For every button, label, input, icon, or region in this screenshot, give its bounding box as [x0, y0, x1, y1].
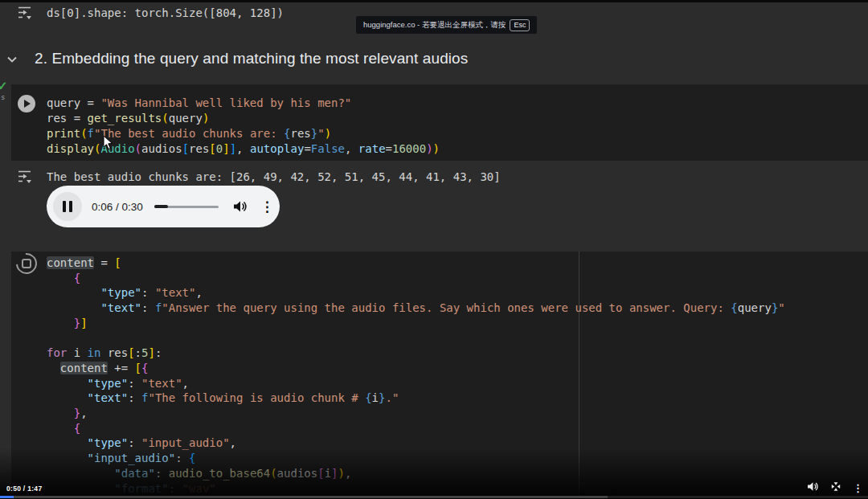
- code-line: content = [: [47, 256, 785, 271]
- code-line: [47, 331, 785, 346]
- code-line: "type": "text",: [47, 285, 785, 301]
- play-icon: [24, 100, 31, 108]
- code-line: content += [{: [47, 361, 785, 376]
- code-line: for i in res[:5]:: [47, 346, 785, 361]
- code-line: "type": "text",: [47, 376, 785, 391]
- audio-player[interactable]: 0:06 / 0:30 ⋮: [47, 186, 280, 227]
- video-played-bar: [0, 496, 14, 498]
- code-cell-query[interactable]: query = "Was Hannibal well liked by his …: [11, 84, 868, 161]
- section-header[interactable]: 2. Embedding the query and matching the …: [0, 47, 868, 71]
- output-chunks-text: The best audio chunks are: [26, 49, 42, …: [47, 170, 501, 183]
- mouse-cursor: [103, 135, 113, 153]
- video-buffered-bar: [0, 496, 608, 498]
- exit-fullscreen-icon[interactable]: [830, 481, 841, 495]
- audio-menu-icon[interactable]: ⋮: [260, 200, 274, 214]
- code-line: {: [47, 421, 785, 436]
- audio-progress-fill: [154, 205, 169, 208]
- video-volume-icon[interactable]: [807, 481, 819, 495]
- code-line: {: [47, 271, 785, 286]
- cell-output-icon: [17, 6, 33, 23]
- volume-icon[interactable]: [233, 200, 248, 213]
- code-line: }]: [47, 316, 785, 331]
- esc-key-badge: Esc: [510, 19, 530, 31]
- stop-icon: [22, 259, 31, 268]
- chevron-down-icon[interactable]: [0, 53, 24, 65]
- video-controls: ⋮: [807, 481, 863, 495]
- section-title: 2. Embedding the query and matching the …: [35, 50, 468, 67]
- pause-icon: [69, 201, 72, 212]
- pause-icon: [63, 201, 66, 212]
- code-line: query = "Was Hannibal well liked by his …: [47, 96, 440, 111]
- execution-success-check-icon: ✓: [0, 79, 8, 93]
- code-line: "text": f"Answer the query using the aud…: [47, 301, 785, 316]
- cell-output-icon: [17, 170, 33, 187]
- video-time-display: 0:50 / 1:47: [6, 485, 42, 493]
- pause-button[interactable]: [53, 192, 82, 221]
- code-line: res = get_results(query): [47, 111, 440, 126]
- code-line: },: [47, 406, 785, 421]
- video-controls-overlay: [0, 448, 868, 499]
- video-menu-icon[interactable]: ⋮: [853, 483, 863, 493]
- audio-time-display: 0:06 / 0:30: [92, 201, 143, 213]
- execution-time-label: s: [1, 93, 5, 101]
- code-line: "text": f"The following is audio chunk #…: [47, 391, 785, 406]
- notebook-video-frame: ds[0].shape: torch.Size([804, 128]) hugg…: [0, 0, 868, 499]
- run-cell-button[interactable]: [18, 95, 35, 112]
- audio-seek-slider[interactable]: [154, 205, 219, 208]
- tooltip-text: huggingface.co - 若要退出全屏模式，请按: [363, 20, 506, 31]
- fullscreen-exit-tooltip: huggingface.co - 若要退出全屏模式，请按 Esc: [356, 16, 537, 34]
- stop-running-cell-button[interactable]: [16, 253, 37, 274]
- output-shape-text: ds[0].shape: torch.Size([804, 128]): [47, 6, 284, 19]
- top-letterbox: [0, 0, 868, 2]
